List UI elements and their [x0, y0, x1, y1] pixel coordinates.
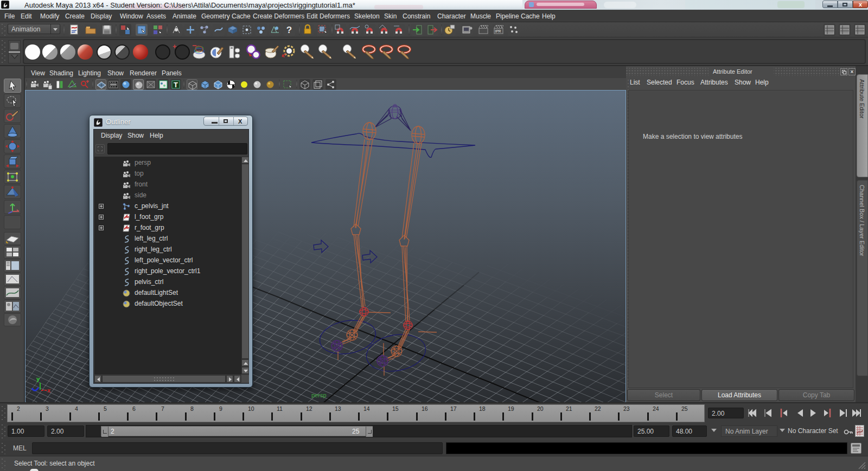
svg-text:x: x: [47, 387, 51, 393]
svg-text:y: y: [36, 376, 40, 382]
svg-text:persp: persp: [311, 392, 327, 398]
svg-text:?: ?: [286, 25, 292, 35]
svg-text:T: T: [174, 81, 178, 89]
svg-text:IPR: IPR: [495, 29, 501, 33]
